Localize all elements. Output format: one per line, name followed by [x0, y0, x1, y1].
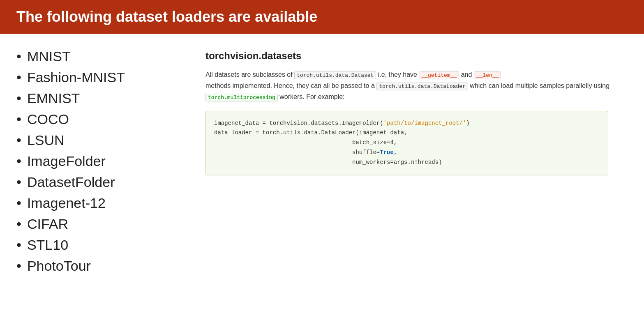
list-item: PhotoTour [16, 255, 189, 276]
inline-code-dataloader: torch.utils.data.DataLoader [376, 83, 468, 90]
desc-text-4: methods implemented. Hence, they can all… [205, 82, 375, 89]
inline-code-getitem: __getitem__ [419, 71, 459, 79]
list-item: DatasetFolder [16, 172, 189, 193]
dataset-list: MNISTFashion-MNISTEMNISTCOCOLSUNImageFol… [16, 46, 189, 276]
desc-text-1: All datasets are subclasses of [205, 71, 293, 78]
inline-code-multiprocessing: torch.multiprocessing [205, 94, 278, 101]
desc-text-6: workers. For example: [279, 93, 344, 100]
list-item: LSUN [16, 130, 189, 151]
desc-text-2: i.e, they have [378, 71, 417, 78]
list-item: COCO [16, 109, 189, 130]
page-title: The following dataset loaders are availa… [16, 8, 628, 25]
code-line-2: data_loader = torch.utils.data.DataLoade… [214, 129, 407, 136]
description: All datasets are subclasses of torch.uti… [205, 69, 628, 103]
list-item: EMNIST [16, 88, 189, 109]
right-panel: torchvision.datasets All datasets are su… [205, 46, 628, 276]
inline-code-len: __len__ [474, 71, 501, 79]
content: MNISTFashion-MNISTEMNISTCOCOLSUNImageFol… [0, 34, 644, 289]
left-panel: MNISTFashion-MNISTEMNISTCOCOLSUNImageFol… [16, 46, 189, 276]
desc-text-3: and [461, 71, 472, 78]
code-block: imagenet_data = torchvision.datasets.Ima… [205, 111, 608, 175]
list-item: STL10 [16, 235, 189, 255]
list-item: ImageFolder [16, 151, 189, 172]
list-item: CIFAR [16, 214, 189, 235]
code-line-1: imagenet_data = torchvision.datasets.Ima… [214, 120, 470, 127]
list-item: Imagenet-12 [16, 193, 189, 214]
code-line-4: shuffle=True, [214, 149, 397, 156]
code-line-5: num_workers=args.nThreads) [214, 159, 442, 166]
inline-code-dataset: torch.utils.data.Dataset [294, 71, 376, 79]
header: The following dataset loaders are availa… [0, 0, 644, 34]
desc-text-5: which can load multiple samples parallel… [470, 82, 609, 89]
code-line-3: batch_size=4, [214, 139, 397, 146]
list-item: Fashion-MNIST [16, 67, 189, 88]
section-title: torchvision.datasets [205, 50, 628, 62]
list-item: MNIST [16, 46, 189, 67]
